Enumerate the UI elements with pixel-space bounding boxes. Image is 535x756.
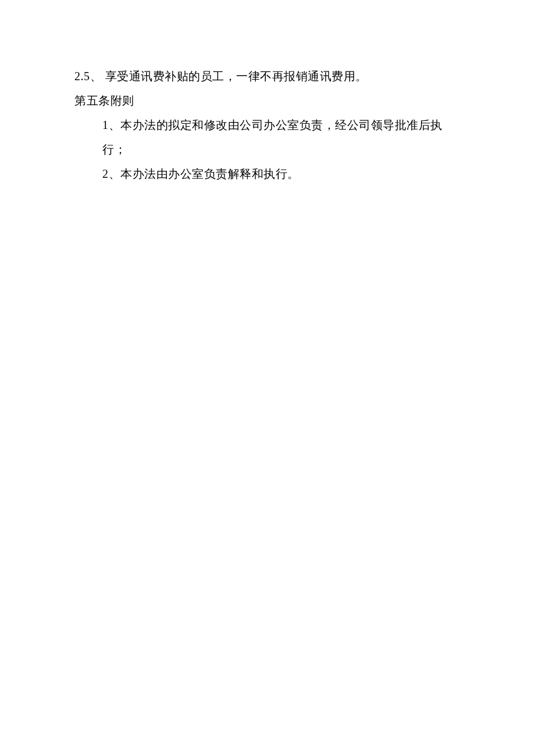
list-item: 1、本办法的拟定和修改由公司办公室负责，经公司领导批准后执行； (74, 113, 461, 162)
section-heading: 第五条附则 (74, 88, 461, 113)
paragraph-line: 2.5、 享受通讯费补贴的员工，一律不再报销通讯费用。 (74, 64, 461, 88)
list-item: 2、本办法由办公室负责解释和执行。 (74, 162, 461, 186)
document-page: 2.5、 享受通讯费补贴的员工，一律不再报销通讯费用。 第五条附则 1、本办法的… (0, 0, 535, 186)
